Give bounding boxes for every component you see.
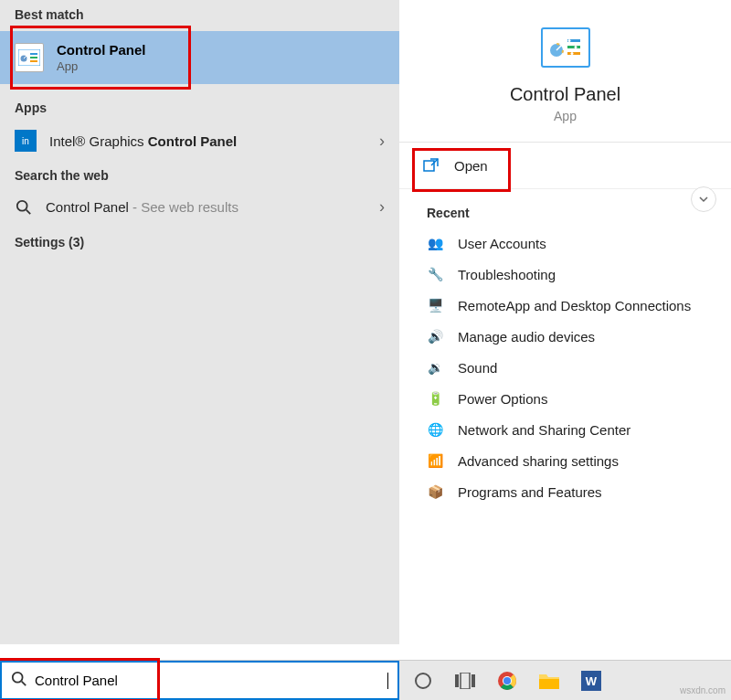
svg-point-16: [13, 672, 23, 682]
svg-point-13: [574, 46, 577, 48]
svg-rect-10: [567, 46, 580, 48]
recent-item-network-sharing[interactable]: 🌐Network and Sharing Center: [399, 414, 731, 445]
file-explorer-icon[interactable]: [531, 663, 567, 699]
search-input-text: Control Panel: [35, 673, 387, 688]
open-action[interactable]: Open: [399, 143, 731, 189]
svg-point-12: [567, 39, 570, 42]
recent-label-text: Troubleshooting: [458, 267, 556, 282]
remoteapp-icon: 🖥️: [427, 297, 443, 313]
power-icon: 🔋: [427, 390, 443, 407]
svg-rect-27: [539, 679, 559, 689]
svg-text:W: W: [586, 674, 598, 688]
svg-line-17: [22, 681, 26, 685]
user-accounts-icon: 👥: [427, 235, 443, 251]
svg-point-26: [503, 677, 511, 684]
programs-icon: 📦: [427, 483, 443, 500]
intel-icon: in: [15, 130, 37, 152]
recent-item-sound[interactable]: 🔉Sound: [399, 352, 731, 383]
search-icon: [15, 198, 33, 217]
chrome-icon[interactable]: [489, 663, 525, 699]
troubleshooting-icon: 🔧: [427, 266, 443, 282]
web-result-text: Control Panel: [46, 199, 129, 215]
taskbar: Control Panel W: [0, 660, 731, 700]
details-header: Control Panel App: [399, 0, 731, 143]
app-result-prefix: Intel® Graphics: [49, 133, 148, 149]
best-match-heading: Best match: [0, 0, 399, 27]
details-title: Control Panel: [510, 84, 620, 105]
svg-rect-19: [455, 674, 459, 687]
recent-item-troubleshooting[interactable]: 🔧Troubleshooting: [399, 259, 731, 290]
cortana-icon[interactable]: [405, 663, 441, 699]
best-match-subtitle: App: [57, 59, 146, 73]
svg-point-14: [570, 52, 573, 55]
recent-item-remoteapp[interactable]: 🖥️RemoteApp and Desktop Connections: [399, 290, 731, 321]
recent-heading: Recent: [399, 189, 731, 228]
svg-line-6: [26, 209, 31, 214]
apps-heading: Apps: [0, 93, 399, 121]
open-label: Open: [454, 158, 488, 174]
recent-label-text: Sound: [458, 360, 497, 376]
app-result-intel-graphics[interactable]: in Intel® Graphics Control Panel ›: [0, 121, 399, 161]
expand-button[interactable]: [691, 186, 716, 212]
recent-label-text: Network and Sharing Center: [458, 422, 630, 438]
recent-label-text: Programs and Features: [458, 484, 602, 500]
task-view-icon[interactable]: [447, 663, 483, 699]
recent-item-user-accounts[interactable]: 👥User Accounts: [399, 228, 731, 259]
recent-label-text: RemoteApp and Desktop Connections: [458, 298, 691, 313]
details-subtitle: App: [554, 109, 577, 123]
recent-item-power-options[interactable]: 🔋Power Options: [399, 383, 731, 414]
web-result-suffix: - See web results: [129, 199, 238, 215]
svg-point-5: [17, 200, 27, 210]
search-results-pane: Best match Control Panel App Apps in Int…: [0, 0, 399, 644]
search-icon: [11, 671, 27, 691]
recent-item-programs-features[interactable]: 📦Programs and Features: [399, 476, 731, 507]
control-panel-icon: [15, 43, 44, 72]
recent-label-text: Power Options: [458, 391, 547, 407]
sharing-icon: 📶: [427, 452, 443, 469]
chevron-right-icon: ›: [379, 197, 385, 217]
svg-rect-15: [424, 161, 434, 171]
settings-heading[interactable]: Settings (3): [0, 226, 399, 259]
svg-point-18: [416, 673, 430, 688]
open-icon: [423, 157, 440, 174]
svg-rect-3: [30, 57, 37, 58]
recent-label-text: Advanced sharing settings: [458, 453, 619, 469]
svg-rect-2: [30, 53, 37, 55]
text-cursor: [387, 673, 388, 689]
recent-label-text: Manage audio devices: [458, 329, 595, 345]
svg-rect-20: [461, 673, 470, 689]
recent-list: 👥User Accounts 🔧Troubleshooting 🖥️Remote…: [399, 228, 731, 507]
svg-rect-4: [30, 60, 37, 62]
sound-icon: 🔉: [427, 359, 443, 376]
best-match-item[interactable]: Control Panel App: [0, 31, 399, 84]
chevron-right-icon: ›: [379, 132, 385, 151]
recent-label-text: User Accounts: [458, 236, 546, 251]
search-web-heading: Search the web: [0, 161, 399, 188]
svg-rect-11: [567, 52, 580, 55]
details-pane: Control Panel App Open Recent 👥User Acco…: [399, 0, 731, 644]
audio-icon: 🔊: [427, 328, 443, 345]
recent-item-advanced-sharing[interactable]: 📶Advanced sharing settings: [399, 445, 731, 476]
app-result-bold: Control Panel: [148, 133, 238, 149]
recent-item-audio-devices[interactable]: 🔊Manage audio devices: [399, 321, 731, 352]
network-icon: 🌐: [427, 421, 443, 438]
word-icon[interactable]: W: [573, 663, 609, 699]
watermark: wsxdn.com: [680, 685, 726, 695]
control-panel-icon-large: [541, 27, 590, 68]
best-match-title: Control Panel: [57, 42, 146, 58]
web-result[interactable]: Control Panel - See web results ›: [0, 188, 399, 226]
svg-rect-21: [471, 674, 475, 687]
taskbar-search-box[interactable]: Control Panel: [0, 661, 399, 700]
